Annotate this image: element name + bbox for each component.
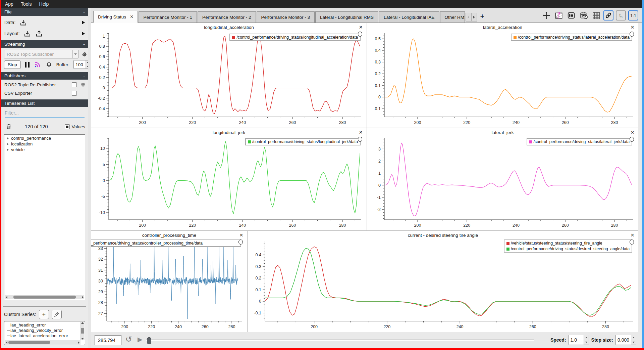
- tree-hscrollbar[interactable]: [5, 295, 84, 299]
- plot-close-icon[interactable]: ×: [239, 232, 243, 238]
- plot-close-icon[interactable]: ×: [359, 129, 363, 135]
- plot-panel-lateral-jerk[interactable]: 3210-1-2200220240260280lateral_jerk×/con…: [367, 128, 638, 230]
- custom-list-hscrollbar[interactable]: [5, 340, 80, 345]
- step-size-spinbox[interactable]: 0.000: [615, 335, 636, 345]
- ratio-one-to-one-icon[interactable]: 1:1: [628, 10, 638, 20]
- step-size-value[interactable]: 0.000: [616, 335, 631, 345]
- plot-panel-longitudinal-acceleration[interactable]: 10.80.60.40.20-0.2-0.4200220240260280lon…: [91, 23, 367, 128]
- scroll-left-icon[interactable]: [6, 341, 7, 344]
- streaming-source-select[interactable]: ROS2 Topic Subscriber: [4, 50, 78, 58]
- custom-series-list[interactable]: iae_heading_erroriae_heading_velocity_er…: [4, 321, 85, 345]
- menu-item-help[interactable]: Help: [36, 0, 53, 8]
- menu-item-app[interactable]: App: [1, 0, 17, 8]
- values-checkbox[interactable]: [65, 124, 70, 129]
- spin-down-icon[interactable]: [631, 340, 636, 345]
- plot-zoom-handle[interactable]: [630, 137, 634, 142]
- link-ranges-icon[interactable]: [603, 10, 613, 20]
- tab-driving-status[interactable]: Driving Status×: [93, 11, 138, 23]
- tab-other-rms[interactable]: Other RMS: [440, 11, 465, 23]
- custom-series-item[interactable]: iae_lateral_acceleration_error: [4, 333, 85, 338]
- legend-item[interactable]: /control_performance/driving_status/late…: [514, 35, 630, 40]
- scroll-right-icon[interactable]: [78, 341, 79, 344]
- tree-item-localization[interactable]: localization: [4, 141, 85, 147]
- scrollbar-thumb[interactable]: [8, 341, 50, 344]
- datetime-icon[interactable]: [579, 10, 589, 20]
- trash-icon[interactable]: [5, 123, 12, 130]
- tree-item-control_performance[interactable]: control_performance: [4, 135, 85, 141]
- legend-item[interactable]: /control_performance/driving_status/long…: [232, 35, 358, 40]
- load-data-icon[interactable]: [19, 18, 28, 27]
- plot-close-icon[interactable]: ×: [631, 24, 634, 30]
- section-header-timeseries[interactable]: Timeseries List: [1, 99, 88, 107]
- buffer-spinbox[interactable]: 100: [73, 60, 88, 69]
- stream-signal-icon[interactable]: [34, 61, 42, 68]
- curve-list-icon[interactable]: [566, 10, 576, 20]
- stop-button[interactable]: Stop: [4, 60, 21, 69]
- plot-close-icon[interactable]: ×: [359, 24, 363, 30]
- collapse-icon[interactable]: -: [83, 73, 85, 79]
- legend-item[interactable]: /control_performance/driving_status/desi…: [506, 247, 630, 251]
- plot-panel-longitudinal-jerk[interactable]: 1050-5-10200220240260280longitudinal_jer…: [91, 128, 367, 230]
- scroll-up-icon[interactable]: [81, 322, 84, 324]
- move-view-icon[interactable]: [541, 10, 551, 20]
- plot-panel-current-desired-steering-tire-angle[interactable]: 0.40.30.20.10-0.1200220240260280current …: [247, 230, 638, 332]
- tab-lateral-longitudinal-rms[interactable]: Lateral - Longitudinal RMS: [315, 11, 378, 23]
- spin-down-icon[interactable]: [85, 64, 88, 69]
- load-layout-icon[interactable]: [23, 30, 32, 38]
- speed-value[interactable]: 1.0: [569, 335, 584, 345]
- plot-panel-lateral-acceleration[interactable]: 0.50.40.30.20.10-0.1200220240260280later…: [367, 23, 638, 128]
- add-tab-button[interactable]: +: [480, 12, 485, 21]
- spin-up-icon[interactable]: [85, 60, 88, 64]
- plot-close-icon[interactable]: ×: [631, 232, 634, 238]
- tab-close-icon[interactable]: ×: [130, 14, 133, 19]
- grid-layout-icon[interactable]: [591, 10, 601, 20]
- buffer-value[interactable]: 100: [74, 60, 85, 69]
- time-slider-thumb[interactable]: [147, 337, 151, 344]
- section-header-streaming[interactable]: Streaming -: [1, 40, 88, 48]
- tab-performance-monitor-2[interactable]: Performance Monitor - 2: [198, 11, 256, 23]
- menu-item-tools[interactable]: Tools: [17, 0, 36, 8]
- streaming-options-gear-icon[interactable]: [81, 51, 88, 58]
- csv-exporter-checkbox[interactable]: [72, 91, 77, 96]
- scrollbar-thumb[interactable]: [81, 328, 84, 334]
- legend-item[interactable]: /control_performance/driving_status/late…: [529, 139, 630, 144]
- plot-zoom-handle[interactable]: [358, 137, 362, 142]
- scroll-left-icon[interactable]: [6, 296, 7, 299]
- current-time-field[interactable]: 285.794: [95, 335, 121, 345]
- plot-panel-controller-processing-time[interactable]: 33323130292827200220240260280controller_…: [91, 230, 247, 332]
- pause-icon[interactable]: [25, 62, 30, 68]
- save-layout-icon[interactable]: [35, 30, 43, 38]
- scrollbar-thumb[interactable]: [13, 296, 76, 299]
- tab-scroll-left-button[interactable]: [466, 13, 471, 21]
- custom-list-vscrollbar[interactable]: [80, 322, 85, 340]
- legend-item[interactable]: /control_performance/driving_status/long…: [248, 139, 358, 144]
- custom-series-item[interactable]: iae_heading_velocity_error: [4, 327, 85, 333]
- expander-icon[interactable]: [7, 137, 9, 140]
- republisher-gear-icon[interactable]: [80, 82, 86, 88]
- filter-input[interactable]: [5, 109, 85, 118]
- tab-lateral-longitudinal-iae[interactable]: Lateral - Longitudinal IAE: [379, 11, 439, 23]
- scroll-down-icon[interactable]: [81, 338, 84, 340]
- collapse-icon[interactable]: -: [83, 41, 85, 47]
- legend-item[interactable]: /control_performance/driving_status/cont…: [91, 241, 238, 246]
- scroll-right-icon[interactable]: [82, 296, 84, 299]
- plot-close-icon[interactable]: ×: [631, 129, 634, 135]
- legend-item[interactable]: /vehicle/status/steering_status/steering…: [506, 241, 630, 246]
- plot-zoom-handle[interactable]: [630, 239, 634, 245]
- spin-up-icon[interactable]: [584, 335, 589, 340]
- section-header-file[interactable]: File -: [1, 8, 88, 16]
- loop-icon[interactable]: ↺: [125, 335, 132, 344]
- tab-performance-monitor-1[interactable]: Performance Monitor - 1: [139, 11, 197, 23]
- tab-performance-monitor-3[interactable]: Performance Monitor - 3: [257, 11, 315, 23]
- plot-zoom-handle[interactable]: [358, 32, 362, 37]
- notification-bell-icon[interactable]: [46, 61, 52, 68]
- timeseries-tree[interactable]: control_performancelocalizationvehicle: [4, 134, 85, 300]
- expander-icon[interactable]: [7, 148, 9, 151]
- edit-custom-series-button[interactable]: [52, 310, 62, 319]
- layout-expand-arrow-icon[interactable]: [82, 32, 85, 35]
- time-offset-icon[interactable]: to: [616, 10, 626, 20]
- republisher-checkbox[interactable]: [72, 82, 77, 87]
- add-custom-series-button[interactable]: +: [39, 310, 49, 319]
- data-expand-arrow-icon[interactable]: [82, 21, 85, 24]
- play-icon[interactable]: ▶: [138, 336, 143, 343]
